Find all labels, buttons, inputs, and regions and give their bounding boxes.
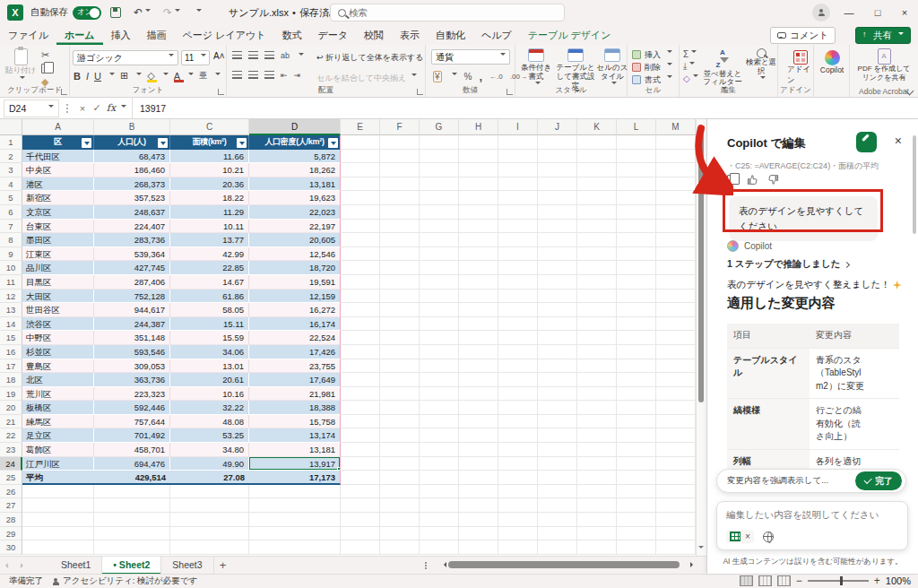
cell-G25[interactable]: [420, 471, 459, 485]
cell-I6[interactable]: [498, 205, 538, 220]
cell-C30[interactable]: [170, 540, 249, 555]
cell-K12[interactable]: [577, 290, 617, 304]
cell-H12[interactable]: [459, 290, 498, 304]
cell-L6[interactable]: [617, 205, 656, 220]
cell-J25[interactable]: [538, 471, 577, 485]
cell-F3[interactable]: [380, 163, 420, 177]
cell-J17[interactable]: [538, 359, 577, 374]
column-header-J[interactable]: J: [538, 119, 577, 135]
cell-K20[interactable]: [577, 401, 617, 415]
cell-E18[interactable]: [341, 373, 380, 387]
row-header-14[interactable]: 14: [0, 317, 22, 332]
cell-G24[interactable]: [420, 457, 459, 471]
table-header-D[interactable]: 人口密度(人/km²): [249, 135, 341, 150]
table-context-chip[interactable]: ×: [726, 530, 754, 543]
align-middle-icon[interactable]: [248, 51, 258, 59]
wrap-text-button[interactable]: ↩ 折り返して全体を表示する: [316, 52, 423, 64]
cell-K27[interactable]: [577, 498, 617, 513]
cell-M27[interactable]: [656, 498, 696, 513]
cell-L9[interactable]: [617, 247, 656, 262]
italic-button[interactable]: I: [86, 71, 89, 82]
cell-G10[interactable]: [420, 261, 459, 275]
cell-K25[interactable]: [577, 471, 617, 485]
cell-M6[interactable]: [656, 205, 696, 220]
cell-D8[interactable]: 20,605: [249, 233, 341, 247]
cell-L20[interactable]: [617, 401, 656, 415]
cell-A18[interactable]: 北区: [22, 373, 94, 387]
cell-C16[interactable]: 34.06: [170, 345, 249, 359]
cell-I14[interactable]: [498, 317, 538, 332]
cell-C9[interactable]: 42.99: [170, 247, 249, 262]
cell-G5[interactable]: [420, 191, 459, 205]
cell-L27[interactable]: [617, 498, 656, 513]
menu-tab-描画[interactable]: 描画: [139, 25, 175, 45]
search-box[interactable]: [330, 4, 565, 22]
cell-K2[interactable]: [577, 150, 617, 164]
cell-I18[interactable]: [498, 373, 538, 387]
cell-L13[interactable]: [617, 303, 656, 317]
cell-K9[interactable]: [577, 247, 617, 262]
fill-button[interactable]: ⤓: [683, 61, 698, 72]
row-header-13[interactable]: 13: [0, 303, 22, 317]
column-header-L[interactable]: L: [617, 119, 656, 135]
cell-A2[interactable]: 千代田区: [22, 150, 94, 164]
page-layout-view-icon[interactable]: [758, 575, 772, 586]
close-button[interactable]: ×: [891, 0, 918, 25]
cell-E15[interactable]: [341, 331, 380, 345]
cell-F1[interactable]: [380, 135, 420, 150]
cell-D13[interactable]: 16,272: [249, 303, 341, 317]
cell-M24[interactable]: [656, 457, 696, 471]
cell-J2[interactable]: [538, 150, 577, 164]
table-header-B[interactable]: 人口(人): [94, 135, 170, 150]
cell-J3[interactable]: [538, 163, 577, 177]
cell-G12[interactable]: [420, 290, 459, 304]
cell-F8[interactable]: [380, 233, 420, 247]
cell-H26[interactable]: [459, 485, 498, 499]
cell-E19[interactable]: [341, 387, 380, 402]
cell-K29[interactable]: [577, 527, 617, 541]
cell-J24[interactable]: [538, 457, 577, 471]
borders-dropdown-icon[interactable]: [134, 71, 142, 82]
cell-I10[interactable]: [498, 261, 538, 275]
cell-J14[interactable]: [538, 317, 577, 332]
scroll-right-icon[interactable]: [690, 562, 696, 567]
cell-J9[interactable]: [538, 247, 577, 262]
cell-E20[interactable]: [341, 401, 380, 415]
menu-tab-表示[interactable]: 表示: [392, 25, 428, 45]
cell-L17[interactable]: [617, 359, 656, 374]
cell-F16[interactable]: [380, 345, 420, 359]
column-header-M[interactable]: M: [656, 119, 696, 135]
cell-A26[interactable]: [22, 485, 94, 499]
cell-I13[interactable]: [498, 303, 538, 317]
cell-B12[interactable]: 752,128: [94, 290, 170, 304]
cell-I19[interactable]: [498, 387, 538, 402]
cell-E3[interactable]: [341, 163, 380, 177]
cell-A8[interactable]: 墨田区: [22, 233, 94, 247]
column-header-A[interactable]: A: [22, 119, 94, 135]
column-header-I[interactable]: I: [498, 119, 538, 135]
font-color-dropdown-icon[interactable]: [186, 71, 194, 82]
borders-button[interactable]: ⊞: [120, 70, 128, 82]
cell-B27[interactable]: [94, 498, 170, 513]
cell-G22[interactable]: [420, 428, 459, 443]
select-all-corner[interactable]: [0, 119, 22, 135]
cell-K14[interactable]: [577, 317, 617, 332]
percent-button[interactable]: %: [464, 72, 472, 82]
cell-E11[interactable]: [341, 275, 380, 290]
cell-G26[interactable]: [420, 485, 459, 499]
cell-B19[interactable]: 223,323: [94, 387, 170, 402]
cell-L19[interactable]: [617, 387, 656, 402]
cell-J27[interactable]: [538, 498, 577, 513]
cell-L18[interactable]: [617, 373, 656, 387]
cell-I2[interactable]: [498, 150, 538, 164]
menu-tab-テーブル デザイン[interactable]: テーブル デザイン: [520, 25, 619, 45]
sheet-tab-Sheet1[interactable]: Sheet1: [50, 557, 102, 575]
cell-A5[interactable]: 新宿区: [22, 191, 94, 205]
filter-button-C[interactable]: [237, 138, 247, 148]
cell-M23[interactable]: [656, 443, 696, 457]
addins-icon[interactable]: [793, 50, 808, 65]
font-color-button[interactable]: A: [174, 71, 180, 82]
grow-font-button[interactable]: A˄: [213, 51, 225, 61]
cell-E22[interactable]: [341, 428, 380, 443]
cell-G13[interactable]: [420, 303, 459, 317]
